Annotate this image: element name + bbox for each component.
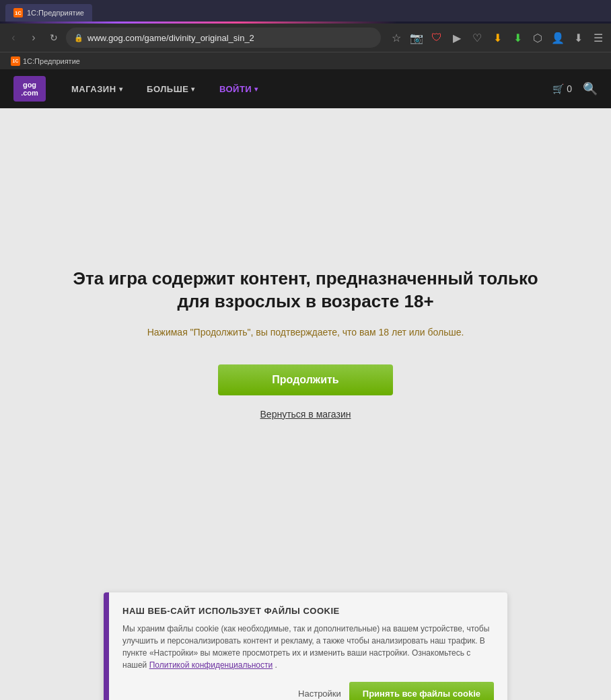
chevron-down-icon: ▾ [119, 85, 123, 93]
download-arrow-icon[interactable]: ⬇ [490, 30, 505, 45]
chevron-down-icon: ▾ [191, 85, 195, 93]
bookmark-label: 1С:Предприятие [23, 57, 80, 65]
back-to-shop-link[interactable]: Вернуться в магазин [70, 409, 541, 420]
cart-count: 0 [567, 83, 572, 94]
cookie-settings-button[interactable]: Настройки [298, 689, 341, 699]
heart-icon[interactable]: ♡ [470, 30, 484, 45]
privacy-policy-link[interactable]: Политикой конфиденциальности [149, 660, 273, 670]
toolbar-icons: ☆ 📷 🛡 ▶ ♡ ⬇ ⬇ ⬡ 👤 ⬇ ☰ [389, 30, 606, 45]
play-icon[interactable]: ▶ [450, 30, 464, 45]
page-loading-bar [0, 22, 611, 24]
bookmark-favicon: 1C [11, 56, 20, 66]
gog-header: gog.com МАГАЗИН ▾ БОЛЬШЕ ▾ ВОЙТИ ▾ 🛒 0 🔍 [0, 69, 611, 108]
back-button[interactable]: ‹ [5, 30, 22, 46]
forward-button[interactable]: › [26, 30, 42, 46]
browser-tabs: 1C 1С:Предприятие [0, 0, 611, 22]
nav-item-shop[interactable]: МАГАЗИН ▾ [59, 69, 135, 108]
gog-logo-text: gog.com [21, 81, 38, 97]
tab-favicon: 1C [13, 8, 23, 17]
user-icon[interactable]: 👤 [550, 30, 565, 45]
cookie-text: Мы храним файлы cookie (как необходимые,… [122, 623, 494, 671]
cookie-accent-bar [104, 592, 109, 700]
refresh-button[interactable]: ↻ [46, 30, 62, 46]
browser-chrome: 1C 1С:Предприятие ‹ › ↻ 🔒 www.gog.com/ga… [0, 0, 611, 69]
nav-item-login[interactable]: ВОЙТИ ▾ [207, 69, 271, 108]
tab-title: 1С:Предприятие [27, 9, 84, 17]
cube-icon[interactable]: ⬡ [530, 30, 545, 45]
download-icon[interactable]: ⬇ [510, 30, 525, 45]
screenshot-icon[interactable]: 📷 [409, 30, 424, 45]
cart-icon-symbol: 🛒 [552, 83, 564, 94]
browser-toolbar: ‹ › ↻ 🔒 www.gog.com/game/divinity_origin… [0, 24, 611, 52]
shield-icon[interactable]: 🛡 [429, 30, 444, 45]
header-right: 🛒 0 🔍 [552, 81, 598, 96]
gog-logo[interactable]: gog.com [13, 76, 46, 102]
url-text: www.gog.com/game/divinity_original_sin_2 [87, 33, 373, 43]
search-button[interactable]: 🔍 [583, 81, 598, 96]
bookmark-bar: 1C 1С:Предприятие [0, 52, 611, 69]
cookie-banner: НАШ ВЕБ-САЙТ ИСПОЛЬЗУЕТ ФАЙЛЫ COOKIE Мы … [104, 592, 507, 700]
cookie-buttons: Настройки Принять все файлы cookie [122, 682, 494, 700]
age-gate-subtitle: Нажимая "Продолжить", вы подтверждаете, … [70, 327, 541, 338]
nav-item-more[interactable]: БОЛЬШЕ ▾ [135, 69, 207, 108]
cart-button[interactable]: 🛒 0 [552, 83, 572, 94]
active-tab[interactable]: 1C 1С:Предприятие [5, 4, 92, 22]
chevron-down-icon: ▾ [254, 85, 258, 93]
address-bar[interactable]: 🔒 www.gog.com/game/divinity_original_sin… [66, 28, 381, 48]
bookmark-1c[interactable]: 1C 1С:Предприятие [5, 55, 85, 67]
extensions-icon[interactable]: ⬇ [571, 30, 585, 45]
bookmark-star-icon[interactable]: ☆ [389, 30, 404, 45]
continue-button[interactable]: Продолжить [218, 364, 392, 395]
main-content: Эта игра содержит контент, предназначенн… [0, 108, 611, 579]
cookie-title: НАШ ВЕБ-САЙТ ИСПОЛЬЗУЕТ ФАЙЛЫ COOKIE [122, 606, 494, 616]
gog-website: gog.com МАГАЗИН ▾ БОЛЬШЕ ▾ ВОЙТИ ▾ 🛒 0 🔍 [0, 69, 611, 108]
age-gate-section: Эта игра содержит контент, предназначенн… [70, 268, 541, 420]
gog-nav: МАГАЗИН ▾ БОЛЬШЕ ▾ ВОЙТИ ▾ [59, 69, 552, 108]
accept-cookies-button[interactable]: Принять все файлы cookie [349, 682, 494, 700]
lock-icon: 🔒 [74, 34, 83, 42]
menu-icon[interactable]: ☰ [591, 30, 606, 45]
age-gate-title: Эта игра содержит контент, предназначенн… [70, 268, 541, 313]
cookie-content: НАШ ВЕБ-САЙТ ИСПОЛЬЗУЕТ ФАЙЛЫ COOKIE Мы … [109, 592, 507, 700]
